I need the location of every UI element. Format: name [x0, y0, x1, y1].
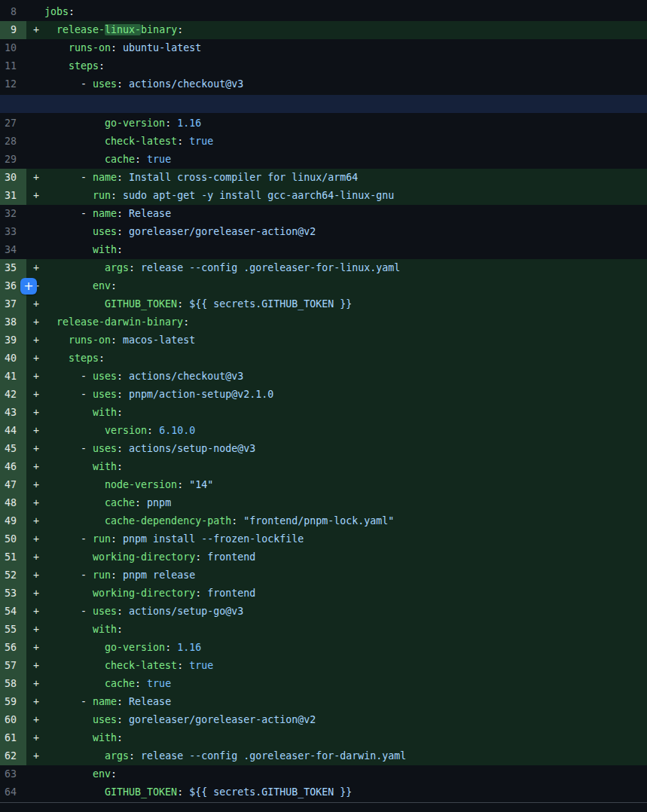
code-token: check-latest [105, 136, 177, 147]
line-number[interactable]: 42 [0, 386, 26, 404]
code-token: : [177, 24, 183, 35]
code-token: args [105, 262, 129, 273]
line-number[interactable]: 33 [0, 223, 26, 241]
diff-line-56: 56+ go-version: 1.16 [0, 639, 647, 657]
code-token [44, 136, 105, 147]
line-number[interactable]: 27 [0, 114, 26, 133]
line-number[interactable]: 32 [0, 205, 26, 223]
line-number[interactable]: 51 [0, 548, 26, 566]
line-number[interactable]: 30 [0, 169, 26, 187]
diff-line-42: 42+ - uses: pnpm/action-setup@v2.1.0 [0, 386, 647, 404]
line-number[interactable]: 49 [0, 512, 26, 530]
line-number[interactable]: 9 [0, 21, 26, 39]
code-token: : [117, 389, 129, 400]
code-token: ubuntu-latest [123, 42, 201, 53]
line-number[interactable]: 37 [0, 295, 26, 313]
code-text: - name: Release [44, 693, 647, 711]
line-number[interactable]: 60 [0, 711, 26, 729]
line-number[interactable]: 34 [0, 241, 26, 259]
line-number[interactable]: 11 [0, 57, 26, 75]
code-token: : [117, 606, 129, 617]
line-number[interactable]: 43 [0, 404, 26, 422]
diff-marker: + [33, 440, 39, 458]
code-token [44, 678, 105, 689]
code-token: cache [105, 497, 135, 508]
line-number[interactable]: 59 [0, 693, 26, 711]
line-number[interactable]: 28 [0, 133, 26, 151]
code-token: : [165, 118, 177, 129]
line-number[interactable]: 55 [0, 621, 26, 639]
code-token: steps [69, 60, 99, 72]
line-number[interactable]: 44 [0, 422, 26, 440]
code-token: : [183, 316, 189, 328]
code-token: : [111, 190, 123, 201]
code-text: with: [44, 241, 647, 259]
diff-line-32: 32 - name: Release [0, 205, 647, 223]
diff-line-40: 40+ steps: [0, 350, 647, 368]
code-token: goreleaser/goreleaser-action@v2 [129, 226, 316, 237]
line-number[interactable]: 29 [0, 151, 26, 169]
code-token: : [117, 732, 123, 743]
line-number[interactable]: 53 [0, 585, 26, 603]
line-number[interactable]: 46 [0, 458, 26, 476]
line-number[interactable]: 63 [0, 765, 26, 783]
code-token: with [93, 461, 117, 472]
line-number[interactable]: 40 [0, 350, 26, 368]
line-number[interactable]: 45 [0, 440, 26, 458]
code-token: "14" [189, 479, 213, 490]
code-token: : [111, 280, 117, 292]
code-text: working-directory: frontend [44, 548, 647, 566]
code-token [44, 244, 93, 255]
code-token: : [177, 479, 189, 490]
line-number[interactable]: 62 [0, 747, 26, 765]
code-text: - run: pnpm install --frozen-lockfile [44, 530, 647, 548]
code-token: uses [93, 78, 117, 90]
line-number[interactable]: 61 [0, 729, 26, 747]
line-number[interactable]: 10 [0, 39, 26, 57]
code-token: uses [93, 443, 117, 454]
code-token: ${{ secrets.GITHUB_TOKEN }} [189, 298, 352, 310]
line-number[interactable]: 31 [0, 187, 26, 205]
code-text: uses: goreleaser/goreleaser-action@v2 [44, 223, 647, 241]
line-number[interactable]: 54 [0, 603, 26, 621]
line-number[interactable]: 8 [0, 3, 26, 21]
diff-marker: + [33, 313, 39, 331]
code-token: linux- [105, 24, 141, 35]
add-comment-button[interactable]: + [20, 278, 37, 295]
code-token [44, 714, 93, 725]
code-token: : [117, 461, 123, 472]
code-token: pnpm [147, 497, 171, 508]
expand-hidden-lines[interactable] [0, 95, 647, 113]
line-number[interactable]: 56 [0, 639, 26, 657]
diff-line-53: 53+ working-directory: frontend [0, 585, 647, 603]
line-number[interactable]: 41 [0, 368, 26, 386]
line-number[interactable]: 47 [0, 476, 26, 494]
code-token: - [44, 389, 93, 400]
line-number[interactable]: 12 [0, 75, 26, 93]
line-number[interactable]: 58 [0, 675, 26, 693]
diff-marker: + [33, 494, 39, 512]
code-token [44, 750, 105, 762]
code-token [44, 588, 93, 599]
line-number[interactable]: 64 [0, 783, 26, 801]
line-number[interactable]: 48 [0, 494, 26, 512]
diff-line-38: 38+ release-darwin-binary: [0, 313, 647, 331]
line-number[interactable]: 35 [0, 259, 26, 277]
line-number[interactable]: 50 [0, 530, 26, 548]
line-number[interactable]: 52 [0, 566, 26, 585]
diff-marker: + [33, 404, 39, 422]
code-token: true [147, 154, 171, 165]
code-token: : [135, 497, 147, 508]
line-number[interactable]: 39 [0, 331, 26, 350]
diff-marker: + [33, 422, 39, 440]
code-text: runs-on: ubuntu-latest [44, 39, 647, 57]
code-token: ${{ secrets.GITHUB_TOKEN }} [189, 786, 352, 798]
code-token: run [93, 533, 111, 545]
line-number[interactable]: 38 [0, 313, 26, 331]
code-token: release-darwin-binary [56, 316, 183, 328]
diff-line-52: 52+ - run: pnpm release [0, 566, 647, 585]
diff-marker: + [33, 368, 39, 386]
code-text: GITHUB_TOKEN: ${{ secrets.GITHUB_TOKEN }… [44, 295, 647, 313]
line-number[interactable]: 57 [0, 657, 26, 675]
code-token: run [93, 569, 111, 581]
